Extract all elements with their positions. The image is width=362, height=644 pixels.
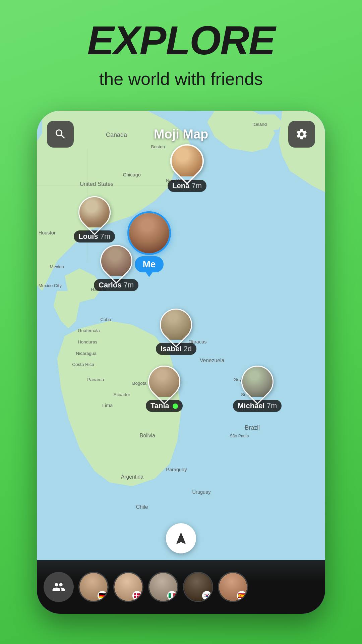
hero-subtitle: the world with friends	[0, 69, 362, 89]
flag-badge-5: 🇪🇸	[237, 591, 246, 600]
friends-icon	[52, 580, 65, 594]
friends-button[interactable]	[44, 572, 74, 602]
phone-shell: Canada United States Houston Chicago New…	[37, 111, 325, 614]
flag-badge-4: 🇰🇷	[202, 591, 212, 600]
svg-text:Ecuador: Ecuador	[114, 392, 131, 397]
nav-avatar-2[interactable]: 🇩🇰	[113, 572, 143, 602]
svg-text:Chile: Chile	[136, 504, 148, 510]
svg-text:Guatemala: Guatemala	[78, 328, 100, 333]
search-icon	[54, 128, 67, 141]
avatar-pin-lena[interactable]: Lena 7m	[168, 144, 206, 192]
avatar-pin-michael[interactable]: Michael 7m	[233, 366, 282, 412]
svg-text:Nicaragua: Nicaragua	[76, 351, 97, 356]
navigation-button[interactable]	[166, 523, 196, 553]
map-title: Moji Map	[154, 127, 208, 142]
gear-icon	[295, 128, 308, 141]
navigation-arrow-icon	[174, 531, 188, 546]
avatar-pin-tania[interactable]: Tania	[146, 366, 183, 412]
avatar-pin-carlos[interactable]: Carlos 7m	[94, 245, 138, 291]
online-indicator	[173, 404, 178, 409]
nav-avatar-3[interactable]: 🇮🇹	[148, 572, 178, 602]
svg-text:Paraguay: Paraguay	[166, 467, 187, 472]
search-button[interactable]	[47, 121, 74, 148]
map-area[interactable]: Canada United States Houston Chicago New…	[37, 111, 325, 614]
svg-text:Cuba: Cuba	[100, 317, 111, 322]
hero-title: EXPLORE	[0, 20, 362, 60]
svg-text:Houston: Houston	[39, 230, 57, 235]
svg-text:Costa Rica: Costa Rica	[72, 362, 94, 367]
svg-text:Venezuela: Venezuela	[200, 358, 224, 363]
svg-text:Uruguay: Uruguay	[192, 489, 211, 495]
flag-badge-2: 🇩🇰	[132, 591, 142, 600]
svg-text:Bolivia: Bolivia	[140, 433, 155, 438]
svg-text:Brazil: Brazil	[245, 424, 260, 431]
top-bar: Moji Map	[37, 121, 325, 148]
nav-avatar-1[interactable]: 🇩🇪	[78, 572, 109, 602]
flag-badge-1: 🇩🇪	[98, 591, 107, 600]
bottom-nav: 🇩🇪 🇩🇰 🇮🇹 🇰🇷 🇪🇸	[37, 560, 325, 614]
nav-avatar-4[interactable]: 🇰🇷	[183, 572, 213, 602]
svg-text:Bogotá: Bogotá	[132, 381, 146, 386]
svg-text:Lima: Lima	[102, 403, 113, 408]
svg-text:United States: United States	[80, 181, 114, 187]
svg-text:Argentina: Argentina	[121, 474, 143, 480]
me-badge: Me	[135, 256, 164, 272]
avatar-pin-louis[interactable]: Louis 7m	[74, 196, 115, 243]
svg-text:Panama: Panama	[87, 377, 104, 382]
svg-text:Honduras: Honduras	[78, 339, 97, 344]
nav-avatar-5[interactable]: 🇪🇸	[218, 572, 248, 602]
svg-text:Chicago: Chicago	[123, 172, 140, 177]
settings-button[interactable]	[288, 121, 315, 148]
svg-text:Mexico: Mexico	[50, 264, 64, 269]
avatar-pin-isabel[interactable]: Isabel 2d	[156, 309, 196, 355]
flag-badge-3: 🇮🇹	[167, 591, 177, 600]
svg-text:São Paulo: São Paulo	[230, 434, 249, 438]
svg-text:Mexico City: Mexico City	[39, 283, 62, 288]
